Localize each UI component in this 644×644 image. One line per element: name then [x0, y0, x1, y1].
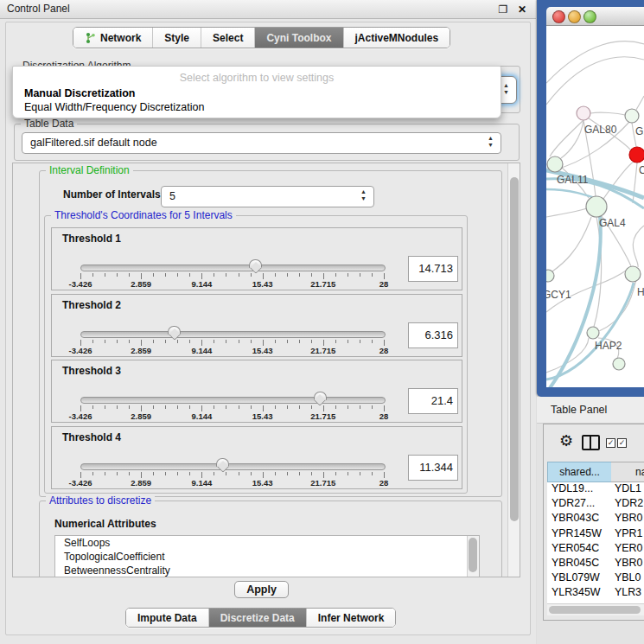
slider-tick [214, 405, 214, 409]
table-data-combobox[interactable]: galFiltered.sif default node ▲▼ [22, 132, 501, 154]
slider-tick [92, 340, 93, 343]
number-of-intervals-combobox[interactable]: 5 ▲▼ [161, 186, 374, 207]
table-row[interactable]: YLR345WYLR3 [547, 585, 644, 600]
checkbox-icon[interactable]: ✓ [617, 438, 627, 448]
slider-tick [299, 472, 300, 475]
numerical-attributes-list[interactable]: SelfLoopsTopologicalCoefficientBetweenne… [54, 535, 480, 577]
tab-impute-data[interactable]: Impute Data [126, 609, 209, 627]
table-row[interactable]: YDL19...YDL1 [547, 481, 644, 496]
table-row[interactable]: YDR27...YDR2 [547, 496, 644, 511]
network-edge-highlighted[interactable] [550, 216, 601, 387]
column-header-name[interactable]: na [611, 462, 644, 482]
network-edge[interactable] [552, 217, 591, 271]
slider-track[interactable] [80, 463, 386, 470]
dropdown-item[interactable]: Equal Width/Frequency Discretization [24, 101, 204, 113]
table-row[interactable]: YBL079WYBL0 [547, 571, 644, 585]
slider-thumb[interactable] [314, 392, 327, 407]
slider-track[interactable] [80, 331, 386, 338]
tab-jactivemnodules[interactable]: jActiveMNodules [344, 28, 450, 48]
combo-stepper-icon[interactable]: ▲▼ [486, 135, 495, 149]
slider-tick-label: 21.715 [303, 346, 343, 355]
attribute-list-item[interactable]: TopologicalCoefficient [55, 550, 479, 564]
threshold-label: Threshold 4 [62, 431, 121, 443]
network-edge[interactable] [550, 120, 583, 156]
combo-stepper-icon[interactable]: ▲▼ [359, 188, 368, 202]
threshold-value-field[interactable]: 21.4 [408, 388, 458, 414]
slider-thumb[interactable] [216, 458, 229, 474]
network-node[interactable] [586, 196, 607, 217]
slider-track[interactable] [80, 265, 386, 271]
threshold-value-field[interactable]: 11.344 [408, 455, 458, 481]
gear-icon[interactable]: ⚙ [559, 433, 573, 449]
column-header-shared-name[interactable]: shared... [547, 462, 612, 482]
network-node[interactable] [547, 156, 563, 172]
network-node[interactable] [625, 109, 639, 123]
slider-tick [239, 340, 239, 343]
columns-icon[interactable] [582, 435, 600, 450]
list-scrollbar[interactable] [467, 536, 479, 577]
close-traffic-light-icon[interactable] [552, 10, 565, 23]
slider-tick [287, 340, 288, 343]
dropdown-item[interactable]: Manual Discretization [24, 87, 136, 99]
threshold-value-field[interactable]: 6.316 [408, 322, 458, 348]
network-node[interactable] [577, 106, 590, 120]
tab-cyni-toolbox[interactable]: Cyni Toolbox [255, 28, 343, 48]
slider-tick [117, 405, 118, 409]
slider-tick [153, 340, 154, 343]
network-canvas[interactable]: GAL80G.CGAL11GAL4GCY1HHAP2 [546, 26, 644, 387]
zoom-traffic-light-icon[interactable] [583, 10, 596, 23]
slider-tick [201, 340, 202, 346]
network-edge[interactable] [633, 226, 644, 267]
network-node[interactable] [546, 270, 554, 282]
network-node[interactable] [629, 147, 644, 163]
table-hscrollbar-thumb[interactable] [549, 606, 641, 614]
float-window-icon[interactable]: ❐ [496, 3, 510, 16]
slider-tick [201, 405, 202, 411]
tab-infer-network[interactable]: Infer Network [307, 609, 396, 627]
network-node[interactable] [613, 358, 625, 370]
control-panel: Control Panel ❐ ✕ NetworkStyleSelectCyni… [0, 0, 536, 644]
table-row[interactable]: YER054CYER0 [547, 541, 644, 556]
table-row[interactable]: YBR043CYBR0 [547, 511, 644, 526]
tab-style[interactable]: Style [153, 28, 201, 48]
tab-select[interactable]: Select [201, 28, 255, 48]
slider-thumb[interactable] [249, 259, 262, 275]
network-edge[interactable] [590, 112, 625, 115]
combo-stepper-icon[interactable]: ▲▼ [501, 82, 511, 96]
network-edge[interactable] [546, 208, 586, 217]
network-node[interactable] [625, 266, 641, 282]
network-edge[interactable] [599, 279, 636, 331]
node-attribute-table[interactable]: shared...naYDL19...YDL1YDR27...YDR2YBR04… [547, 462, 644, 603]
table-row[interactable]: YPR145WYPR1 [547, 526, 644, 541]
list-scrollbar-thumb[interactable] [469, 538, 477, 572]
slider-tick [348, 472, 348, 475]
close-icon[interactable]: ✕ [515, 3, 529, 16]
slider-tick [335, 273, 336, 277]
minimize-traffic-light-icon[interactable] [568, 10, 581, 23]
threshold-value-field[interactable]: 14.713 [408, 256, 458, 282]
slider-thumb[interactable] [168, 326, 181, 341]
network-window-titlebar[interactable] [546, 7, 644, 26]
attribute-list-item[interactable]: SelfLoops [55, 536, 479, 550]
tab-discretize-data[interactable]: Discretize Data [209, 609, 307, 627]
numerical-attributes-label: Numerical Attributes [54, 518, 156, 530]
tab-network[interactable]: Network [73, 28, 153, 48]
checkbox-icon[interactable]: ✓ [606, 438, 615, 448]
panel-scrollbar[interactable] [507, 163, 520, 577]
attribute-list-item[interactable]: BetweennessCentrality [55, 564, 479, 577]
table-row[interactable]: YBR045CYBR0 [547, 556, 644, 571]
slider-tick [80, 472, 81, 478]
panel-scrollbar-thumb[interactable] [510, 177, 519, 521]
network-edge[interactable] [636, 96, 644, 110]
slider-tick-label: 2.859 [121, 346, 161, 355]
panel-title: Control Panel [7, 0, 70, 18]
apply-button[interactable]: Apply [234, 581, 289, 598]
slider-tick [299, 340, 300, 343]
network-edge[interactable] [546, 41, 644, 83]
network-node[interactable] [587, 327, 599, 339]
table-hscrollbar[interactable] [547, 603, 644, 615]
slider-tick [129, 273, 130, 277]
slider-track[interactable] [80, 397, 386, 404]
slider-tick [348, 405, 348, 409]
network-edge[interactable] [546, 57, 644, 105]
